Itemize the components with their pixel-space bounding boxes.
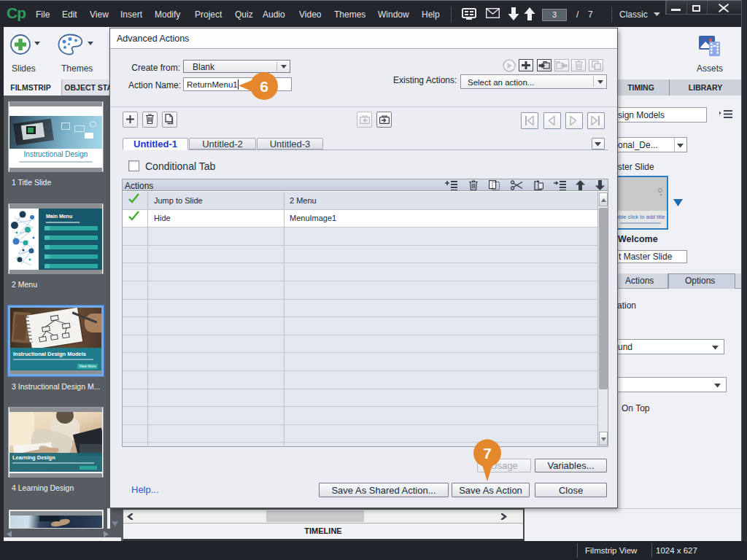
svg-text:6: 6 [260, 78, 268, 95]
svg-text:7: 7 [483, 445, 492, 462]
